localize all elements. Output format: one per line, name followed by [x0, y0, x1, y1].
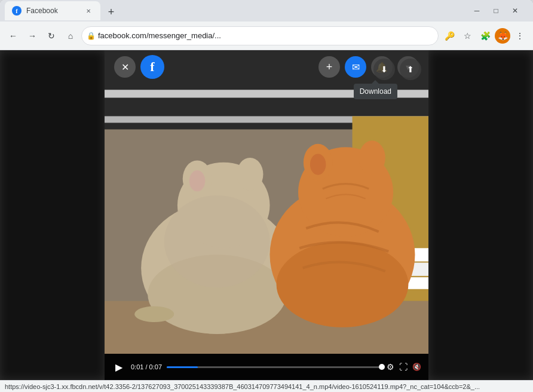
- volume-button[interactable]: 🔇: [412, 363, 421, 371]
- video-actions: ⬇ ⬆: [373, 59, 421, 80]
- svg-point-16: [134, 306, 174, 322]
- tab-close-button[interactable]: ✕: [84, 6, 93, 16]
- main-content: ⬇ ⬆ Download ✕ f: [0, 50, 533, 380]
- close-button[interactable]: ✕: [507, 2, 523, 19]
- video-controls: ▶ 0:01 / 0:07 ⚙ ⛶: [105, 354, 428, 380]
- progress-fill: [167, 366, 197, 368]
- time-display: 0:01 / 0:07: [131, 363, 162, 370]
- progress-thumb: [379, 364, 385, 370]
- share-button[interactable]: ⬆: [400, 59, 421, 80]
- browser-window: f Facebook ✕ + ─ □ ✕ ← → ↻ ⌂ 🔒 facebook.…: [0, 0, 533, 392]
- reload-button[interactable]: ↻: [43, 27, 60, 44]
- settings-button[interactable]: ⚙: [387, 362, 394, 372]
- home-button[interactable]: ⌂: [62, 27, 79, 44]
- svg-point-13: [237, 158, 263, 191]
- svg-point-14: [189, 170, 206, 191]
- tabs-bar: f Facebook ✕ +: [5, 1, 468, 20]
- tab-title: Facebook: [26, 7, 79, 15]
- messenger-button[interactable]: ✉: [345, 56, 366, 78]
- download-tooltip: Download: [354, 84, 397, 99]
- browser-tab[interactable]: f Facebook ✕: [5, 1, 100, 20]
- bookmark-button[interactable]: ☆: [459, 27, 476, 44]
- window-controls: ─ □ ✕: [468, 2, 523, 19]
- fb-logo: f: [140, 55, 164, 79]
- play-button[interactable]: ▶: [112, 360, 126, 374]
- status-bar: https://video-sjc3-1.xx.fbcdn.net/v/t42.…: [0, 380, 533, 392]
- status-url: https://video-sjc3-1.xx.fbcdn.net/v/t42.…: [5, 383, 480, 390]
- background-blur-right: [428, 50, 533, 380]
- video-display[interactable]: ⬇ ⬆ Download ✕ f: [105, 50, 428, 354]
- title-bar: f Facebook ✕ + ─ □ ✕: [0, 0, 533, 22]
- svg-point-18: [277, 241, 409, 327]
- url-text: facebook.com/messenger_media/...: [98, 31, 433, 40]
- background-blur-left: [0, 50, 105, 380]
- profile-avatar[interactable]: 🦊: [495, 28, 510, 44]
- address-input[interactable]: 🔒 facebook.com/messenger_media/...: [81, 26, 439, 45]
- svg-point-22: [310, 154, 326, 174]
- key-icon-button[interactable]: 🔑: [441, 27, 458, 44]
- video-container: ⬇ ⬆ Download ✕ f: [105, 50, 428, 380]
- svg-point-21: [359, 140, 385, 174]
- add-friend-button[interactable]: +: [318, 56, 340, 78]
- new-tab-button[interactable]: +: [103, 4, 120, 20]
- svg-point-15: [164, 195, 270, 288]
- progress-bar[interactable]: [167, 366, 382, 368]
- extensions-button[interactable]: 🧩: [477, 27, 494, 44]
- chrome-menu-button[interactable]: ⋮: [511, 27, 528, 44]
- forward-button[interactable]: →: [24, 27, 41, 44]
- back-button[interactable]: ←: [5, 27, 22, 44]
- address-bar: ← → ↻ ⌂ 🔒 facebook.com/messenger_media/.…: [0, 22, 533, 50]
- download-button[interactable]: ⬇: [373, 59, 395, 80]
- minimize-button[interactable]: ─: [468, 2, 485, 19]
- tab-favicon: f: [12, 6, 22, 16]
- lock-icon: 🔒: [87, 32, 96, 40]
- chrome-actions: 🔑 ☆ 🧩 🦊 ⋮: [441, 27, 528, 44]
- fullscreen-button[interactable]: ⛶: [399, 362, 408, 372]
- fb-close-button[interactable]: ✕: [114, 56, 136, 78]
- maximize-button[interactable]: □: [488, 2, 504, 19]
